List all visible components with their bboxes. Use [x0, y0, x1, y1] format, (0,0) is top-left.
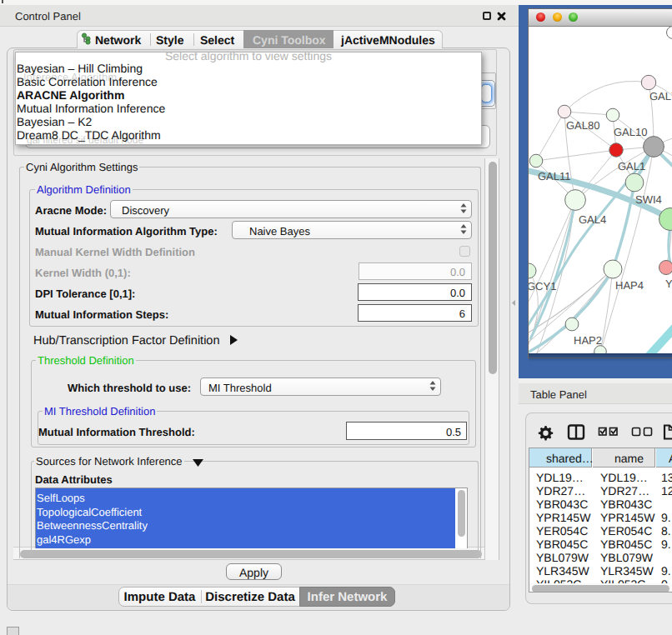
- svg-text:GAL7: GAL7: [649, 90, 672, 102]
- svg-text:GAL10: GAL10: [614, 126, 647, 138]
- svg-text:GAL11: GAL11: [538, 170, 571, 182]
- svg-text:SWI4: SWI4: [635, 193, 662, 206]
- svg-text:GAL1: GAL1: [618, 160, 645, 172]
- svg-text:GCY1: GCY1: [529, 280, 556, 292]
- svg-text:Y: Y: [665, 278, 672, 290]
- svg-text:GAL4: GAL4: [579, 213, 606, 226]
- svg-text:HAP4: HAP4: [615, 279, 644, 292]
- svg-text:HAP2: HAP2: [574, 334, 602, 347]
- svg-text:GAL80: GAL80: [566, 119, 599, 132]
